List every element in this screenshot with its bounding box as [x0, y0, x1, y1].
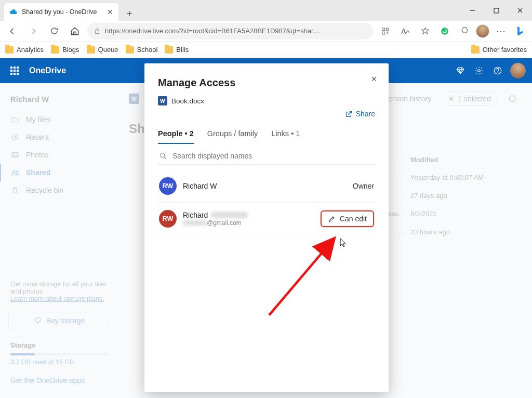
person-name: Richard — [183, 211, 208, 219]
folder-icon — [126, 46, 134, 54]
person-role: Owner — [353, 182, 374, 190]
avatar: RW — [159, 177, 177, 195]
avatar: RW — [159, 210, 177, 228]
help-icon[interactable] — [488, 61, 507, 80]
svg-point-11 — [497, 72, 498, 73]
word-file-icon: W — [158, 96, 167, 105]
favorites-icon[interactable] — [417, 23, 433, 39]
svg-rect-1 — [494, 8, 499, 13]
redacted-email-local — [183, 220, 207, 225]
svg-rect-6 — [386, 28, 389, 31]
close-window-button[interactable] — [508, 0, 532, 21]
tab-groups[interactable]: Groups / family — [207, 129, 258, 144]
tab-links[interactable]: Links • 1 — [271, 129, 300, 144]
pencil-icon — [328, 215, 336, 223]
other-favorites[interactable]: Other favorites — [471, 46, 527, 54]
url-text: https://onedrive.live.com/?id=root&cid=B… — [105, 27, 320, 35]
folder-icon — [87, 46, 95, 54]
app-title: OneDrive — [29, 66, 66, 75]
dialog-file-row: W Book.docx — [158, 96, 375, 105]
manage-access-dialog: Manage Access ✕ W Book.docx Share People… — [144, 63, 389, 392]
dialog-close-button[interactable]: ✕ — [371, 75, 377, 83]
dialog-filename: Book.docx — [171, 97, 204, 105]
back-button[interactable] — [4, 23, 21, 39]
person-row-editor: RW Richard @gmail.com Can edit — [158, 203, 375, 235]
settings-icon[interactable] — [470, 61, 488, 80]
svg-rect-7 — [382, 32, 385, 34]
person-row-owner: RW Richard W Owner — [158, 170, 375, 203]
close-tab-icon[interactable]: ✕ — [107, 8, 113, 16]
person-name: Richard W — [183, 182, 217, 190]
bookmark-school[interactable]: School — [126, 46, 158, 54]
search-icon — [159, 152, 167, 160]
search-people-input[interactable]: Search displayed names — [158, 147, 375, 165]
svg-rect-4 — [96, 31, 99, 33]
more-menu-icon[interactable]: ⋯ — [493, 23, 509, 39]
person-email-suffix: @gmail.com — [207, 219, 242, 227]
folder-icon — [51, 46, 59, 54]
refresh-button[interactable] — [46, 23, 62, 39]
extension-icon[interactable] — [456, 23, 473, 39]
window-controls — [460, 0, 532, 21]
dialog-title: Manage Access — [158, 77, 375, 89]
bookmark-analytics[interactable]: Analytics — [5, 46, 44, 54]
svg-point-8 — [441, 28, 448, 35]
account-avatar[interactable] — [510, 63, 526, 78]
share-icon — [345, 110, 353, 118]
app-launcher-icon[interactable] — [6, 62, 23, 79]
maximize-button[interactable] — [484, 0, 508, 21]
new-tab-button[interactable]: ＋ — [122, 5, 137, 21]
forward-button[interactable] — [25, 23, 42, 39]
folder-icon — [165, 46, 173, 54]
bookmark-bills[interactable]: Bills — [165, 46, 189, 54]
text-size-icon[interactable]: AA — [397, 23, 414, 39]
browser-toolbar: https://onedrive.live.com/?id=root&cid=B… — [0, 21, 532, 42]
share-link[interactable]: Share — [345, 110, 375, 118]
minimize-button[interactable] — [460, 0, 484, 21]
apps-icon[interactable] — [377, 23, 394, 39]
address-bar[interactable]: https://onedrive.live.com/?id=root&cid=B… — [87, 23, 373, 39]
browser-titlebar: Shared by you - OneDrive ✕ ＋ — [0, 0, 532, 21]
tab-title: Shared by you - OneDrive — [22, 8, 97, 16]
onedrive-icon — [9, 8, 18, 16]
tab-people[interactable]: People • 2 — [158, 129, 194, 144]
premium-icon[interactable] — [451, 61, 470, 80]
svg-rect-5 — [382, 28, 385, 31]
lock-icon — [94, 28, 101, 35]
bookmarks-bar: Analytics Blogs Queue School Bills Other… — [0, 42, 532, 58]
svg-line-19 — [164, 157, 166, 159]
profile-avatar[interactable] — [476, 24, 489, 38]
home-button[interactable] — [66, 23, 83, 39]
dialog-tabs: People • 2 Groups / family Links • 1 — [158, 129, 375, 144]
svg-point-18 — [161, 153, 165, 157]
folder-icon — [471, 46, 480, 54]
browser-tab[interactable]: Shared by you - OneDrive ✕ — [4, 3, 118, 21]
redacted-surname — [211, 212, 247, 218]
bookmark-blogs[interactable]: Blogs — [51, 46, 79, 54]
permission-button[interactable]: Can edit — [321, 210, 374, 227]
svg-point-9 — [478, 70, 481, 72]
bookmark-queue[interactable]: Queue — [87, 46, 118, 54]
folder-icon — [5, 46, 14, 54]
grammarly-icon[interactable] — [436, 23, 453, 39]
bing-button[interactable] — [512, 23, 528, 39]
